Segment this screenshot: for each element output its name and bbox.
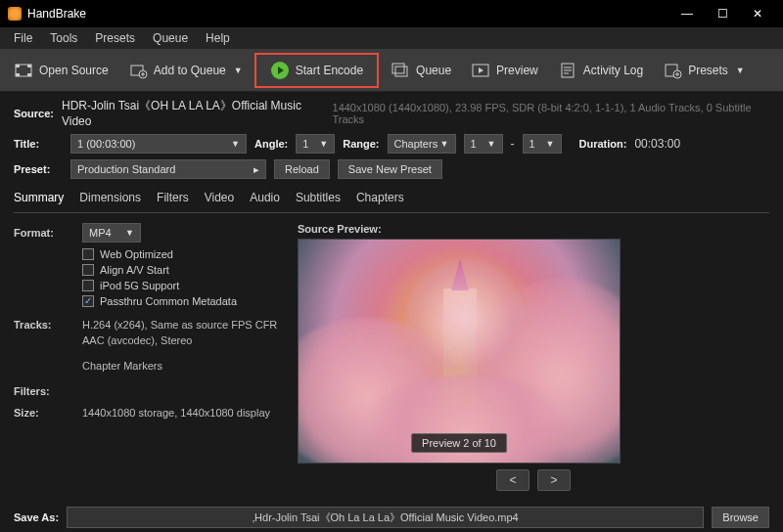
preview-position: Preview 2 of 10 (411, 433, 507, 453)
track-chapters: Chapter Markers (82, 360, 278, 372)
presets-button[interactable]: Presets ▼ (655, 57, 753, 84)
source-meta: 1440x1080 (1440x1080), 23.98 FPS, SDR (8… (333, 102, 769, 125)
start-encode-label: Start Encode (296, 64, 363, 77)
saveas-input[interactable]: ‚Hdr-Jolin Tsai《Oh La La La》Official Mus… (67, 507, 704, 528)
preset-value: Production Standard (77, 163, 175, 175)
browse-button[interactable]: Browse (712, 507, 769, 528)
preset-select[interactable]: Production Standard▸ (70, 159, 266, 179)
filters-label: Filters: (14, 385, 82, 397)
duration-label: Duration: (579, 138, 627, 150)
range-type-select[interactable]: Chapters▼ (388, 134, 456, 154)
title-value: 1 (00:03:00) (77, 138, 135, 150)
activity-log-button[interactable]: Activity Log (550, 57, 651, 84)
svg-rect-9 (395, 66, 407, 76)
angle-select[interactable]: 1▼ (296, 134, 335, 154)
preview-icon (471, 61, 490, 80)
presets-icon (663, 61, 682, 80)
handbrake-icon (8, 7, 22, 21)
tab-subtitles[interactable]: Subtitles (296, 191, 341, 208)
tab-video[interactable]: Video (205, 191, 234, 208)
queue-label: Queue (416, 64, 451, 77)
preview-prev-button[interactable]: < (496, 469, 530, 491)
tab-audio[interactable]: Audio (250, 191, 280, 208)
reload-button[interactable]: Reload (274, 159, 330, 179)
content: Source: HDR-Jolin Tsai《OH LA LA LA》Offic… (0, 92, 783, 497)
menu-file[interactable]: File (6, 29, 40, 47)
saveas-label: Save As: (14, 511, 59, 523)
align-av-checkbox[interactable]: Align A/V Start (82, 264, 278, 276)
svg-rect-2 (16, 73, 20, 76)
range-sep: - (511, 137, 515, 151)
preview-label: Preview (496, 64, 538, 77)
track-audio: AAC (avcodec), Stereo (82, 334, 278, 346)
range-from: 1 (471, 138, 477, 150)
format-select[interactable]: MP4▼ (82, 223, 141, 243)
open-source-label: Open Source (39, 64, 109, 77)
source-name: HDR-Jolin Tsai《OH LA LA LA》Official Musi… (62, 98, 325, 128)
svg-rect-1 (16, 65, 20, 67)
tab-chapters[interactable]: Chapters (356, 191, 404, 208)
open-source-button[interactable]: Open Source (6, 57, 116, 84)
chevron-down-icon: ▼ (234, 66, 243, 75)
svg-rect-3 (27, 65, 31, 67)
log-icon (558, 61, 577, 80)
range-type: Chapters (394, 138, 438, 150)
tab-dimensions[interactable]: Dimensions (79, 191, 141, 208)
range-to-select[interactable]: 1▼ (523, 134, 562, 154)
menu-queue[interactable]: Queue (145, 29, 196, 47)
range-from-select[interactable]: 1▼ (464, 134, 503, 154)
tab-summary[interactable]: Summary (14, 191, 64, 208)
film-icon (14, 61, 33, 80)
source-label: Source: (14, 108, 54, 119)
svg-rect-4 (27, 73, 31, 76)
titlebar: HandBrake — ☐ ✕ (0, 0, 783, 27)
svg-rect-8 (392, 64, 404, 73)
window-title: HandBrake (27, 7, 669, 21)
preset-label: Preset: (14, 163, 63, 175)
format-value: MP4 (89, 227, 112, 239)
activity-log-label: Activity Log (583, 64, 643, 77)
checkbox-icon (82, 264, 94, 276)
web-optimized-checkbox[interactable]: Web Optimized (82, 248, 278, 260)
tracks-label: Tracks: (14, 319, 82, 331)
presets-label: Presets (688, 64, 728, 77)
close-button[interactable]: ✕ (740, 7, 775, 21)
menu-help[interactable]: Help (198, 29, 238, 47)
checkbox-icon (82, 295, 94, 307)
angle-label: Angle: (254, 138, 288, 150)
queue-icon (391, 61, 410, 80)
duration-value: 00:03:00 (634, 137, 680, 151)
range-to: 1 (530, 138, 535, 150)
start-encode-button[interactable]: Start Encode (254, 53, 379, 88)
checkbox-icon (82, 280, 94, 291)
menubar: File Tools Presets Queue Help (0, 27, 783, 49)
track-video: H.264 (x264), Same as source FPS CFR (82, 319, 278, 331)
preview-next-button[interactable]: > (537, 469, 571, 491)
add-queue-label: Add to Queue (154, 64, 226, 77)
menu-tools[interactable]: Tools (42, 29, 85, 47)
preview-button[interactable]: Preview (463, 57, 546, 84)
preview-image: Preview 2 of 10 (298, 239, 621, 464)
format-label: Format: (14, 227, 82, 239)
checkbox-icon (82, 248, 94, 260)
minimize-button[interactable]: — (669, 7, 705, 21)
save-new-preset-button[interactable]: Save New Preset (338, 159, 442, 179)
tab-filters[interactable]: Filters (157, 191, 189, 208)
ipod-checkbox[interactable]: iPod 5G Support (82, 280, 278, 291)
play-icon (270, 61, 290, 80)
title-label: Title: (14, 138, 63, 150)
preview-title: Source Preview: (298, 223, 769, 235)
menu-presets[interactable]: Presets (87, 29, 143, 47)
chevron-down-icon: ▼ (736, 66, 745, 75)
angle-value: 1 (302, 138, 308, 150)
size-value: 1440x1080 storage, 1440x1080 display (82, 407, 270, 419)
maximize-button[interactable]: ☐ (705, 7, 740, 21)
toolbar: Open Source Add to Queue ▼ Start Encode … (0, 49, 783, 92)
add-queue-icon (128, 61, 148, 80)
size-label: Size: (14, 407, 82, 419)
range-label: Range: (343, 138, 379, 150)
title-select[interactable]: 1 (00:03:00)▼ (70, 134, 247, 154)
passthru-metadata-checkbox[interactable]: Passthru Common Metadata (82, 295, 278, 307)
add-queue-button[interactable]: Add to Queue ▼ (120, 57, 251, 84)
queue-button[interactable]: Queue (383, 57, 459, 84)
